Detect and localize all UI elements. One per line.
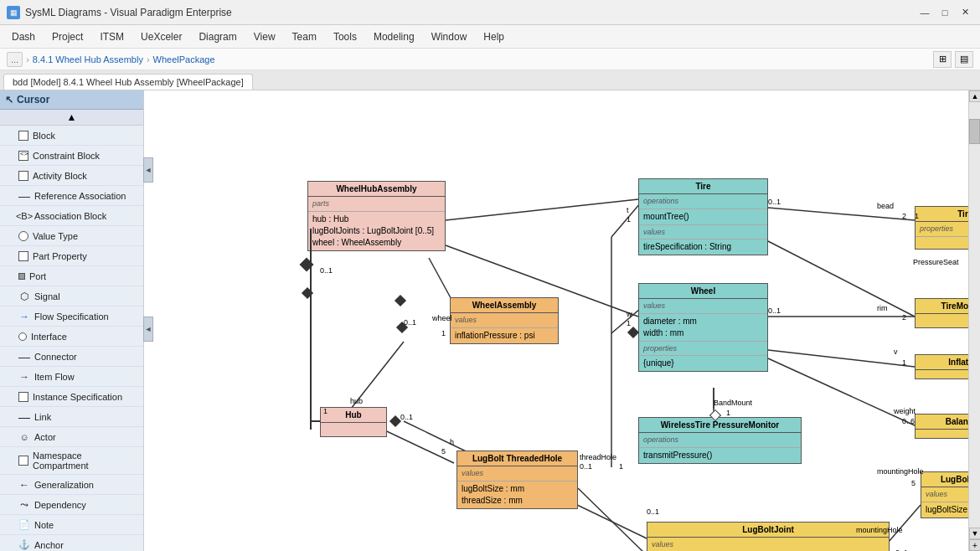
cursor-icon: ↖ bbox=[5, 94, 13, 106]
sidebar-item-association-block[interactable]: <B> Association Block bbox=[0, 206, 143, 226]
sidebar-item-anchor[interactable]: ⚓ Anchor bbox=[0, 535, 143, 551]
scrollbar-thumb[interactable] bbox=[969, 119, 980, 144]
main-layout: ↖ Cursor ▲ Block <> Constraint Block Act… bbox=[0, 90, 980, 551]
box-wheel-assembly-props: inflationPressure : psi bbox=[451, 328, 558, 343]
sidebar-collapse-mid[interactable]: ◄ bbox=[143, 317, 153, 342]
association-block-icon: <B> bbox=[18, 210, 30, 222]
flow-specification-icon: → bbox=[18, 311, 30, 322]
line-to-hub bbox=[310, 420, 320, 422]
actor-icon: ☺ bbox=[18, 431, 30, 443]
sidebar-item-association-block-label: Association Block bbox=[34, 211, 106, 221]
sidebar-item-generalization[interactable]: ← Generalization bbox=[0, 475, 143, 495]
sidebar-item-connector[interactable]: — Connector bbox=[0, 347, 143, 367]
label-01-wheel: 0..1 bbox=[768, 306, 781, 315]
sidebar-item-constraint-block[interactable]: <> Constraint Block bbox=[0, 146, 143, 166]
label-1-w: 1 bbox=[627, 319, 631, 327]
label-01-hub: 0..1 bbox=[320, 266, 333, 275]
sidebar-collapse-top[interactable]: ◄ bbox=[143, 157, 153, 183]
sidebar-item-link[interactable]: — Link bbox=[0, 407, 143, 427]
sidebar-item-block[interactable]: Block bbox=[0, 126, 143, 146]
close-button[interactable]: ✕ bbox=[957, 6, 973, 19]
menu-dash[interactable]: Dash bbox=[3, 28, 44, 46]
sidebar-item-actor[interactable]: ☺ Actor bbox=[0, 427, 143, 447]
breadcrumb-dots[interactable]: ... bbox=[7, 52, 23, 67]
maximize-button[interactable]: □ bbox=[936, 6, 953, 19]
menu-tools[interactable]: Tools bbox=[325, 28, 365, 46]
sidebar-item-flow-specification[interactable]: → Flow Specification bbox=[0, 306, 143, 327]
box-tire-mounting-rim[interactable]: TireMountingRim bbox=[915, 298, 968, 328]
menu-help[interactable]: Help bbox=[475, 28, 513, 46]
sidebar-item-note[interactable]: 📄 Note bbox=[0, 515, 143, 535]
menu-itsm[interactable]: ITSM bbox=[91, 28, 132, 46]
label-01-wa: 0..1 bbox=[404, 318, 416, 327]
box-hub[interactable]: Hub bbox=[320, 407, 387, 437]
tab-bdd[interactable]: bdd [Model] 8.4.1 Wheel Hub Assembly [Wh… bbox=[3, 74, 253, 90]
breadcrumb-item-1[interactable]: 8.4.1 Wheel Hub Assembly bbox=[33, 54, 143, 64]
sidebar-item-link-label: Link bbox=[34, 412, 51, 422]
sidebar-item-port-label: Port bbox=[29, 271, 46, 281]
minimize-button[interactable]: — bbox=[916, 6, 933, 19]
sidebar-item-item-flow[interactable]: → Item Flow bbox=[0, 367, 143, 387]
menu-uexceler[interactable]: UeXceler bbox=[132, 28, 190, 46]
sidebar-item-part-property-label: Part Property bbox=[33, 251, 87, 261]
scroll-up-btn[interactable]: ▲ bbox=[969, 90, 980, 102]
scroll-down-btn[interactable]: ▼ bbox=[969, 528, 980, 539]
sidebar-item-dependency[interactable]: ⤳ Dependency bbox=[0, 495, 143, 515]
sidebar-header[interactable]: ↖ Cursor bbox=[0, 90, 143, 110]
breadcrumb-icon-panel[interactable]: ▤ bbox=[955, 51, 973, 68]
app-icon: ▦ bbox=[7, 6, 20, 19]
connector-icon: — bbox=[18, 351, 30, 363]
label-1-bandmount: 1 bbox=[726, 409, 730, 417]
box-wheel[interactable]: Wheel values diameter : mm width : mm pr… bbox=[638, 283, 768, 372]
sidebar-item-anchor-label: Anchor bbox=[34, 540, 64, 550]
box-tire-bead[interactable]: TireBead properties bbox=[915, 206, 968, 250]
sidebar-item-instance-specification[interactable]: Instance Specification bbox=[0, 387, 143, 407]
box-lug-bolt-mounting-hole[interactable]: LugBolt MountingHole values lugBoltSize … bbox=[921, 471, 968, 518]
menu-team[interactable]: Team bbox=[284, 28, 325, 46]
box-lug-bolt-joint[interactable]: LugBoltJoint values <<Uniform>>{min = 75… bbox=[647, 522, 890, 551]
titlebar-controls: — □ ✕ bbox=[916, 6, 973, 19]
sidebar-item-port[interactable]: Port bbox=[0, 266, 143, 286]
box-wireless-tire[interactable]: WirelessTire PressureMonitor operations … bbox=[638, 417, 802, 464]
menu-diagram[interactable]: Diagram bbox=[190, 28, 245, 46]
label-hub: hub bbox=[350, 397, 363, 405]
sidebar-item-flow-specification-label: Flow Specification bbox=[34, 312, 109, 322]
sidebar-item-activity-block[interactable]: Activity Block bbox=[0, 166, 143, 186]
right-panel: ▲ ▼ + bbox=[968, 90, 980, 551]
sidebar-item-signal[interactable]: ⬡ Signal bbox=[0, 286, 143, 306]
label-weight: weight bbox=[894, 407, 916, 415]
box-inflation-valve[interactable]: InflationValve bbox=[915, 354, 968, 379]
box-lug-bolt-threaded-hole[interactable]: LugBolt ThreadedHole values lugBoltSize … bbox=[456, 451, 578, 509]
label-h: h bbox=[450, 438, 454, 446]
anchor-icon: ⚓ bbox=[18, 539, 30, 551]
zoom-in-btn[interactable]: + bbox=[969, 539, 980, 551]
breadcrumb-icon-grid[interactable]: ⊞ bbox=[933, 51, 952, 68]
box-lug-bolt-joint-header: LugBoltJoint bbox=[647, 523, 889, 538]
scrollbar-track[interactable] bbox=[969, 102, 980, 528]
box-wheel-hub-assembly[interactable]: WheelHubAssembly parts hub : Hub lugBolt… bbox=[307, 181, 446, 251]
menu-view[interactable]: View bbox=[245, 28, 284, 46]
sidebar-scroll-up[interactable]: ▲ bbox=[0, 110, 143, 126]
menu-window[interactable]: Window bbox=[423, 28, 476, 46]
item-flow-icon: → bbox=[18, 371, 30, 383]
box-lug-bolt-threaded-hole-header: LugBolt ThreadedHole bbox=[457, 451, 577, 466]
sidebar-item-value-type[interactable]: Value Type bbox=[0, 226, 143, 246]
sidebar-item-interface[interactable]: Interface bbox=[0, 327, 143, 347]
sidebar-item-namespace-compartment[interactable]: Namespace Compartment bbox=[0, 447, 143, 475]
box-tire-bead-header: TireBead bbox=[916, 207, 968, 222]
note-icon: 📄 bbox=[18, 519, 30, 531]
sidebar-item-reference-association[interactable]: — Reference Association bbox=[0, 186, 143, 206]
box-inflation-valve-header: InflationValve bbox=[916, 355, 968, 370]
box-tire[interactable]: Tire operations mountTree() values tireS… bbox=[638, 178, 768, 255]
menu-project[interactable]: Project bbox=[44, 28, 91, 46]
sidebar-item-part-property[interactable]: Part Property bbox=[0, 246, 143, 266]
box-wireless-tire-ops-label: operations bbox=[639, 433, 801, 448]
label-threadhole: threadHole bbox=[580, 453, 616, 461]
box-lug-bolt-threaded-hole-label: values bbox=[457, 466, 577, 481]
box-wheel-assembly[interactable]: WheelAssembly values inflationPressure :… bbox=[450, 297, 559, 344]
sidebar-item-activity-block-label: Activity Block bbox=[33, 171, 87, 181]
box-balance-weight[interactable]: BalanceWeight bbox=[915, 414, 968, 439]
titlebar-left: ▦ SysML Diagrams - Visual Paradigm Enter… bbox=[7, 6, 232, 19]
menu-modeling[interactable]: Modeling bbox=[365, 28, 423, 46]
breadcrumb-item-2[interactable]: WheelPackage bbox=[153, 54, 215, 64]
